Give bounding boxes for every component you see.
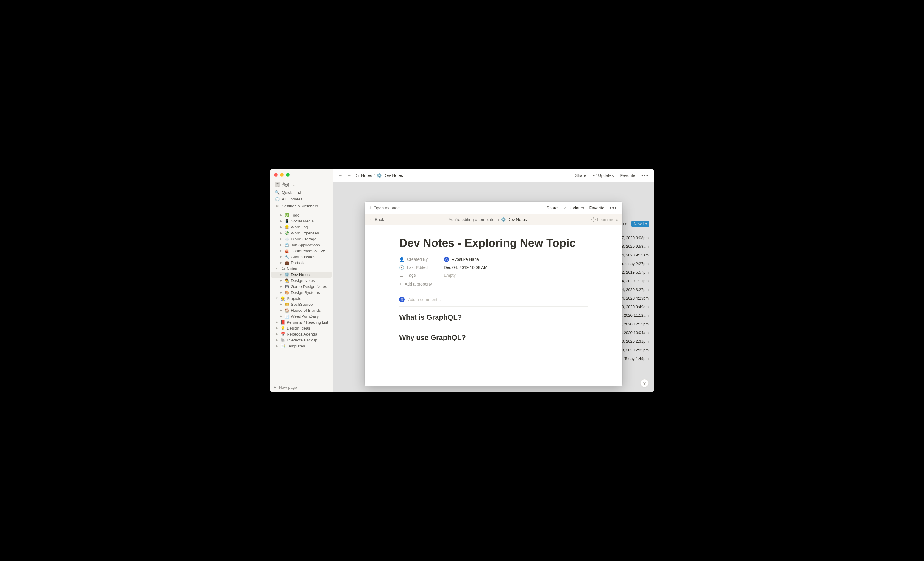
sidebar-page-item[interactable]: ▶🎫SeshSource: [271, 301, 332, 307]
modal-updates-button[interactable]: Updates: [562, 205, 585, 211]
workspace-switcher[interactable]: 亮 亮介 ⌄: [273, 181, 330, 188]
sidebar-page-item[interactable]: ▼👷Projects: [271, 295, 332, 301]
zoom-window-button[interactable]: [286, 173, 290, 177]
modal-favorite-button[interactable]: Favorite: [588, 205, 606, 211]
disclosure-triangle-icon[interactable]: ▼: [275, 267, 279, 270]
page-emoji: 💸: [284, 231, 290, 235]
page-label: Design Ideas: [286, 326, 310, 331]
page-label: Conferences & Events: [291, 249, 330, 253]
page-label: Notes: [286, 266, 297, 271]
sidebar-page-item[interactable]: ▶🎪Conferences & Events: [271, 248, 332, 254]
breadcrumb-item-0[interactable]: Notes: [361, 173, 372, 178]
disclosure-triangle-icon[interactable]: ▶: [279, 232, 283, 234]
banner-prefix: You're editing a template in: [449, 217, 499, 222]
modal-menu-button[interactable]: •••: [609, 205, 618, 211]
breadcrumb-item-1[interactable]: Dev Notes: [383, 173, 403, 178]
open-as-page-button[interactable]: ⤢ Open as page: [369, 205, 400, 210]
page-label: Rebecca Agenda: [286, 332, 317, 337]
search-icon: 🔍: [275, 190, 279, 194]
sidebar-page-item[interactable]: ▶💡Design Ideas: [271, 325, 332, 331]
add-property-button[interactable]: + Add a property: [399, 280, 588, 286]
main-area: ← → 🗂 Notes / ⚙️ Dev Notes Share Updates…: [333, 169, 654, 392]
disclosure-triangle-icon[interactable]: ▶: [279, 285, 283, 288]
disclosure-triangle-icon[interactable]: ▶: [275, 332, 279, 335]
share-button[interactable]: Share: [573, 172, 588, 179]
sidebar-page-item[interactable]: ▶💼Portfolio: [271, 260, 332, 266]
breadcrumb: 🗂 Notes / ⚙️ Dev Notes: [355, 173, 403, 178]
disclosure-triangle-icon[interactable]: ▶: [279, 214, 283, 217]
page-label: Work Expenses: [291, 231, 319, 235]
sidebar-page-item[interactable]: ▶✅Todo: [271, 212, 332, 218]
quick-find-button[interactable]: 🔍 Quick Find: [273, 189, 330, 195]
sidebar-page-item[interactable]: ▶🏠House of Brands: [271, 307, 332, 313]
sidebar-page-item[interactable]: ▶👨‍🎨Design Notes: [271, 278, 332, 283]
favorite-button[interactable]: Favorite: [619, 172, 638, 179]
page-label: Dev Notes: [291, 272, 310, 277]
properties-list: 👤 Created By 亮 Ryosuke Hana 🕘 La: [399, 257, 588, 286]
property-tags[interactable]: ≣ Tags Empty: [399, 273, 588, 278]
disclosure-triangle-icon[interactable]: ▶: [279, 255, 283, 258]
disclosure-triangle-icon[interactable]: ▶: [279, 279, 283, 282]
disclosure-triangle-icon[interactable]: ▼: [275, 297, 279, 300]
disclosure-triangle-icon[interactable]: ▶: [279, 261, 283, 264]
disclosure-triangle-icon[interactable]: ▶: [275, 344, 279, 347]
heading-block[interactable]: What is GraphQL?: [399, 313, 588, 322]
add-comment-row[interactable]: 亮 Add a comment...: [399, 297, 588, 302]
disclosure-triangle-icon[interactable]: ▶: [279, 303, 283, 306]
page-emoji: 🎫: [284, 302, 290, 307]
workspace-icon: 亮: [275, 182, 280, 187]
disclosure-triangle-icon[interactable]: ▶: [279, 220, 283, 223]
heading-block[interactable]: Why use GraphQL?: [399, 334, 588, 342]
page-label: Game Design Notes: [291, 284, 327, 289]
new-page-label: New page: [279, 385, 297, 390]
disclosure-triangle-icon[interactable]: ▶: [279, 249, 283, 252]
modal-share-button[interactable]: Share: [545, 205, 559, 211]
sidebar-page-item[interactable]: ▶⚙️Dev Notes: [271, 272, 332, 278]
template-editor-modal: ⤢ Open as page Share Updates Favorite ••…: [364, 202, 622, 386]
banner-page-link[interactable]: Dev Notes: [507, 217, 527, 222]
property-created-by[interactable]: 👤 Created By 亮 Ryosuke Hana: [399, 257, 588, 262]
sidebar-page-item[interactable]: ▶🔧Github Issues: [271, 254, 332, 260]
sidebar-page-item[interactable]: ▶📄WeedPornDaily: [271, 313, 332, 319]
disclosure-triangle-icon[interactable]: ▶: [279, 273, 283, 276]
property-last-edited[interactable]: 🕘 Last Edited Dec 04, 2019 10:08 AM: [399, 265, 588, 270]
page-label: SeshSource: [291, 302, 313, 307]
content-area: Search ••• New ▾ May 27, 2020 3:08pmMay …: [333, 182, 654, 392]
sidebar-page-item[interactable]: ▼🗂Notes: [271, 266, 332, 272]
sidebar-page-item[interactable]: ▶📕Personal / Reading List: [271, 319, 332, 325]
sidebar-page-item[interactable]: ▶📇Job Applications: [271, 242, 332, 248]
sidebar-page-item[interactable]: ▶📅Rebecca Agenda: [271, 331, 332, 337]
disclosure-triangle-icon[interactable]: ▶: [275, 321, 279, 324]
sidebar-page-item[interactable]: ▶👷Work Log: [271, 224, 332, 230]
settings-members-button[interactable]: ⚙ Settings & Members: [273, 203, 330, 209]
new-page-button[interactable]: + New page: [270, 383, 333, 392]
minimize-window-button[interactable]: [280, 173, 284, 177]
nav-back-button[interactable]: ←: [337, 173, 343, 178]
page-menu-button[interactable]: •••: [640, 172, 650, 179]
help-button[interactable]: ?: [640, 379, 649, 387]
disclosure-triangle-icon[interactable]: ▶: [275, 338, 279, 341]
sidebar-page-item[interactable]: ▶🐘Evernote Backup: [271, 337, 332, 343]
sidebar-page-item[interactable]: ▶📱Social Media: [271, 218, 332, 224]
disclosure-triangle-icon[interactable]: ▶: [279, 243, 283, 246]
sidebar-page-item[interactable]: ▶🎮Game Design Notes: [271, 283, 332, 289]
disclosure-triangle-icon[interactable]: ▶: [279, 291, 283, 294]
disclosure-triangle-icon[interactable]: ▶: [279, 237, 283, 240]
disclosure-triangle-icon[interactable]: ▶: [279, 309, 283, 312]
learn-more-button[interactable]: ? Learn more: [591, 217, 618, 222]
disclosure-triangle-icon[interactable]: ▶: [279, 226, 283, 229]
sidebar-page-item[interactable]: ▶💸Work Expenses: [271, 230, 332, 236]
page-emoji: 📕: [280, 320, 285, 325]
close-window-button[interactable]: [274, 173, 278, 177]
app-window: 亮 亮介 ⌄ 🔍 Quick Find 🕘 All Updates ⚙ Sett…: [270, 169, 654, 392]
page-title-input[interactable]: Dev Notes - Exploring New Topic: [399, 237, 576, 250]
nav-forward-button[interactable]: →: [346, 173, 352, 178]
sidebar-page-item[interactable]: ▶📑Templates: [271, 343, 332, 349]
all-updates-button[interactable]: 🕘 All Updates: [273, 196, 330, 202]
template-back-button[interactable]: ← Back: [369, 217, 384, 222]
sidebar-page-item[interactable]: ▶🎨Design Systems: [271, 289, 332, 295]
sidebar-page-item[interactable]: ▶☁️Cloud Storage: [271, 236, 332, 242]
updates-button[interactable]: Updates: [591, 172, 615, 179]
disclosure-triangle-icon[interactable]: ▶: [275, 327, 279, 329]
disclosure-triangle-icon[interactable]: ▶: [279, 315, 283, 318]
